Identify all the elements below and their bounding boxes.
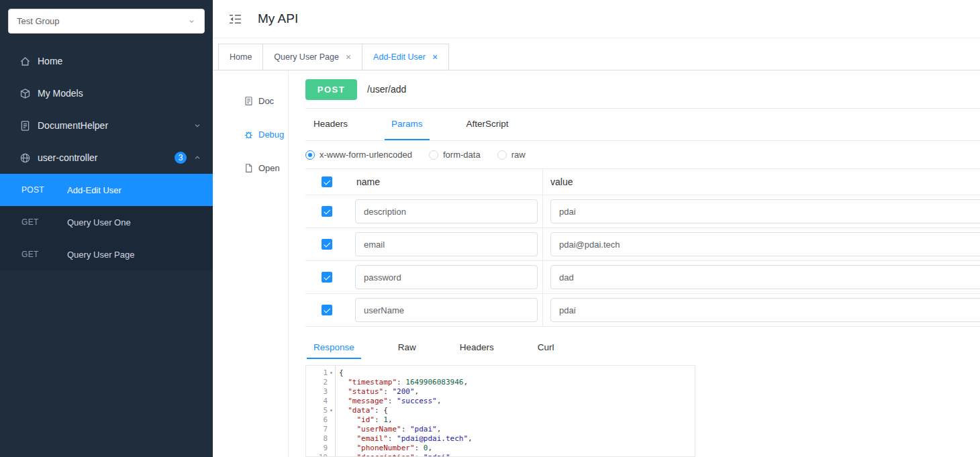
sidebar-subitem-add-edit-user[interactable]: POST Add-Edit User: [0, 174, 213, 206]
tab-response[interactable]: Response: [307, 337, 361, 359]
tab-label: Response: [313, 342, 354, 352]
app-window: Test Group Home My Models: [0, 0, 980, 457]
param-value-input[interactable]: [550, 232, 980, 256]
response-tab-bar: Response Raw Headers Curl: [305, 337, 980, 359]
param-checkbox[interactable]: [322, 239, 332, 250]
document-icon: [244, 96, 254, 106]
content-area: Doc Debug Open POST: [213, 70, 980, 457]
home-icon: [19, 56, 31, 67]
rail-item-label: Doc: [258, 96, 274, 106]
document-icon: [19, 120, 31, 132]
line-number: 4: [323, 397, 328, 406]
column-header-name: name: [356, 176, 380, 187]
response-code-editor[interactable]: 1▾ 2 3 4 5▾ 6 7 8 9 10 { "timestamp": 16…: [305, 365, 695, 457]
code-line: "id": 1,: [339, 415, 695, 425]
sidebar-item-my-models[interactable]: My Models: [0, 77, 213, 109]
collapse-sidebar-icon[interactable]: [228, 13, 242, 26]
fold-arrow-icon[interactable]: ▾: [328, 368, 335, 378]
tab-raw[interactable]: Raw: [391, 337, 423, 359]
tab-curl[interactable]: Curl: [531, 337, 561, 359]
sidebar-menu: Home My Models DocumentHelper: [0, 45, 213, 174]
param-checkbox[interactable]: [322, 206, 332, 217]
sidebar-subitem-label: Query User One: [67, 217, 131, 227]
sidebar-subitem-query-user-page[interactable]: GET Query User Page: [0, 238, 213, 270]
radio-icon: [429, 150, 438, 160]
param-name-input[interactable]: [355, 298, 538, 322]
sidebar-item-home[interactable]: Home: [0, 45, 213, 77]
sidebar-item-documenthelper[interactable]: DocumentHelper: [0, 109, 213, 142]
sidebar-submenu: POST Add-Edit User GET Query User One GE…: [0, 174, 213, 270]
rail-item-debug[interactable]: Debug: [213, 117, 288, 151]
line-number: 8: [323, 434, 328, 444]
param-row: [305, 294, 980, 327]
count-badge: 3: [175, 152, 187, 164]
request-path[interactable]: /user/add: [367, 84, 406, 95]
tab-label: Raw: [398, 342, 416, 352]
param-checkbox[interactable]: [322, 305, 332, 315]
param-row: [305, 228, 980, 261]
column-header-value: value: [550, 176, 573, 187]
param-value-input[interactable]: [550, 298, 980, 322]
param-name-input[interactable]: [355, 199, 538, 223]
rail-item-open[interactable]: Open: [213, 151, 288, 185]
close-icon[interactable]: ×: [346, 52, 351, 62]
radio-label: x-www-form-urlencoded: [320, 150, 412, 160]
param-name-input[interactable]: [355, 265, 538, 289]
tab-label: Params: [391, 119, 423, 129]
request-tab-bar: Headers Params AfterScript: [305, 109, 980, 141]
http-method-label: GET: [21, 217, 67, 227]
radio-form-data[interactable]: form-data: [429, 150, 481, 160]
radio-selected-icon: [305, 150, 315, 160]
tab-response-headers[interactable]: Headers: [453, 337, 501, 359]
param-checkbox[interactable]: [322, 272, 332, 283]
param-value-input[interactable]: [550, 199, 980, 223]
param-name-input[interactable]: [355, 232, 538, 256]
sidebar-item-user-controller[interactable]: user-controller 3: [0, 142, 213, 174]
sidebar: Test Group Home My Models: [0, 0, 213, 457]
tab-query-user-page[interactable]: Query User Page ×: [262, 44, 362, 70]
tab-headers[interactable]: Headers: [307, 109, 354, 140]
code-line: {: [339, 368, 695, 378]
param-value-input[interactable]: [550, 265, 980, 289]
radio-icon: [497, 150, 507, 160]
code-line: "message": "success",: [339, 397, 695, 406]
sidebar-item-label: Home: [38, 56, 62, 66]
select-all-checkbox[interactable]: [322, 176, 332, 187]
line-number: 2: [323, 378, 328, 387]
cube-icon: [19, 88, 31, 99]
tab-label: Home: [230, 52, 252, 62]
sidebar-item-label: DocumentHelper: [38, 120, 108, 131]
workspace-tab-bar: Home Query User Page × Add-Edit User ×: [213, 38, 980, 70]
code-line: "status": "200",: [339, 387, 695, 397]
globe-icon: [19, 152, 31, 164]
file-icon: [244, 163, 254, 173]
radio-x-www-form-urlencoded[interactable]: x-www-form-urlencoded: [305, 150, 412, 160]
code-line: "email": "pdai@pdai.tech",: [339, 434, 695, 444]
group-select[interactable]: Test Group: [8, 9, 205, 34]
radio-raw[interactable]: raw: [497, 150, 526, 160]
view-rail: Doc Debug Open: [213, 70, 289, 457]
tab-params[interactable]: Params: [385, 109, 430, 140]
tab-add-edit-user[interactable]: Add-Edit User ×: [362, 44, 449, 70]
line-number: 3: [323, 387, 328, 397]
line-number: 7: [323, 425, 328, 434]
line-number: 9: [323, 444, 328, 453]
tab-home[interactable]: Home: [218, 44, 263, 70]
group-select-value: Test Group: [17, 16, 60, 26]
line-number: 5: [323, 406, 328, 415]
tab-label: AfterScript: [467, 119, 509, 129]
fold-arrow-icon[interactable]: ▾: [328, 406, 335, 415]
sidebar-subitem-query-user-one[interactable]: GET Query User One: [0, 206, 213, 238]
radio-label: raw: [511, 150, 526, 160]
tab-label: Add-Edit User: [373, 52, 426, 62]
tab-label: Headers: [460, 342, 494, 352]
http-method-button[interactable]: POST: [305, 79, 357, 100]
code-line: "description": "pdai",: [339, 453, 695, 456]
close-icon[interactable]: ×: [432, 52, 438, 62]
tab-label: Headers: [313, 119, 348, 129]
tab-afterscript[interactable]: AfterScript: [460, 109, 516, 140]
code-line: "data": {: [339, 406, 695, 415]
chevron-down-icon: [187, 17, 196, 26]
sidebar-subitem-label: Add-Edit User: [67, 185, 121, 195]
rail-item-doc[interactable]: Doc: [213, 84, 288, 117]
